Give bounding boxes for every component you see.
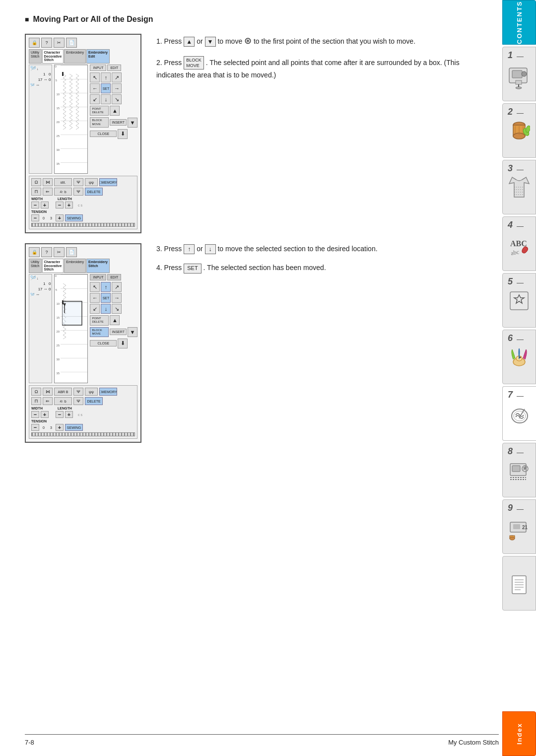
panel2-point-delete-btn[interactable]: POINTDELETE xyxy=(90,315,109,325)
edit-btn[interactable]: EDIT xyxy=(107,65,121,71)
pg-dn-hidden[interactable]: ▼ xyxy=(128,118,137,128)
index-tab[interactable]: Index xyxy=(502,711,536,756)
plus-btn-2[interactable]: + xyxy=(65,202,73,208)
delete-btn-bottom[interactable]: DELETE xyxy=(85,188,103,196)
panel2-minus-btn-2[interactable]: − xyxy=(56,411,64,418)
panel2-sewing-btn[interactable]: SEWING xyxy=(65,424,83,431)
right-sidebar: CONTENTS 1 — 2 — xyxy=(500,0,536,756)
panel2-length-label: LENGTH xyxy=(58,407,72,410)
sidebar-tab-4[interactable]: 4 — ABC abc xyxy=(502,216,536,271)
up-arrow-btn-step1[interactable]: ▲ xyxy=(184,37,195,47)
block-move-btn[interactable]: BLOCKMOVE xyxy=(90,117,109,127)
panel2-memory-btn[interactable]: □MEMORY xyxy=(99,388,117,396)
panel2-minus-btn-1[interactable]: − xyxy=(31,411,39,418)
panel2-arrow-down[interactable]: ↓ xyxy=(101,304,111,314)
set-btn-step4[interactable]: SET xyxy=(184,264,201,274)
panel2-tension-controls: − 0 3 + SEWING xyxy=(31,424,135,431)
panel2-arrow-right[interactable]: → xyxy=(112,293,122,303)
block-move-btn-step2[interactable]: BLOCKMOVE xyxy=(184,56,204,70)
sidebar-tab-9[interactable]: 9 — 21 xyxy=(502,499,536,554)
down-arrow-btn-step1[interactable]: ▼ xyxy=(205,37,216,47)
shirt-icon xyxy=(508,172,531,207)
panel2-icon-cut: ✂ xyxy=(54,247,65,257)
arrow-left[interactable]: ← xyxy=(90,83,100,93)
sidebar-tab-5[interactable]: 5 — xyxy=(502,273,536,328)
stitch-text-display: stit. xyxy=(54,178,72,186)
panel2-arrow-ur[interactable]: ↗ xyxy=(112,282,122,292)
machine3-icon: 21 xyxy=(508,512,531,547)
point-delete-btn[interactable]: POINTDELETE xyxy=(90,106,109,116)
contents-label: CONTENTS xyxy=(516,0,523,44)
panel2-delete-btn-bottom[interactable]: DELETE xyxy=(85,397,103,405)
panel2-pg-up-btn[interactable]: ▲ xyxy=(110,315,120,325)
panel2-bottom-arrow-btn[interactable]: ⬇ xyxy=(118,339,128,348)
sidebar-tab-7[interactable]: 7 — xyxy=(502,386,536,441)
notes-icon xyxy=(508,568,531,603)
panel2-arrow-ul[interactable]: ↖ xyxy=(90,282,100,292)
stitch-icon-3: Ψ xyxy=(73,178,83,186)
panel2-tension-plus-btn[interactable]: + xyxy=(56,424,64,431)
panel2-block-move-btn[interactable]: BLOCKMOVE xyxy=(90,327,109,337)
panel2-icon-lock: 🔒 xyxy=(29,247,40,257)
panel2-tabs-row: UtilityStitch CharacterDecorativeStitch … xyxy=(29,259,137,273)
arrow-ur[interactable]: ↗ xyxy=(112,72,122,82)
set-btn-center[interactable]: SET xyxy=(101,83,111,93)
sewing-btn[interactable]: SEWING xyxy=(65,214,83,221)
panel2-dn-btn[interactable]: ▼ xyxy=(128,327,137,337)
input-btn[interactable]: INPUT xyxy=(90,65,106,71)
panel2-insert-btn[interactable]: INSERT xyxy=(110,329,127,335)
memory-btn[interactable]: □MEMORY xyxy=(99,178,117,186)
minus-btn-1[interactable]: − xyxy=(31,202,39,208)
plus-btn-1[interactable]: + xyxy=(41,202,49,208)
panel2-close-btn[interactable]: CLOSE xyxy=(90,340,117,346)
panel2-stitch-icon-6: ⇐ xyxy=(43,397,53,405)
up-arrow-btn-step3[interactable]: ↑ xyxy=(184,244,195,254)
panel2-plus-btn-2[interactable]: + xyxy=(65,411,73,418)
sidebar-tab-3[interactable]: 3 — xyxy=(502,160,536,214)
tab-6-number: 6 xyxy=(508,333,513,344)
minus-btn-2[interactable]: − xyxy=(56,202,64,208)
panel2-arrow-up[interactable]: ↑ xyxy=(101,282,111,292)
bottom-arrow-btn[interactable]: ⬇ xyxy=(118,129,128,139)
panel2-tension-value: 0 xyxy=(41,426,47,429)
step-1: 1. Press ▲ or ▼ to move ⊛ to the first p… xyxy=(156,34,484,48)
arrow-right[interactable]: → xyxy=(112,83,122,93)
panel2-tension-minus-btn[interactable]: − xyxy=(31,424,39,431)
cursor-symbol: ⊛ xyxy=(244,36,252,46)
bottom-icons-row2: Π ⇐ 4↑ b Ψ DELETE xyxy=(31,188,135,196)
panel2-arrow-left[interactable]: ← xyxy=(90,293,100,303)
svg-rect-51 xyxy=(62,300,64,304)
arrow-up[interactable]: ↑ xyxy=(101,72,111,82)
sidebar-tab-1[interactable]: 1 — xyxy=(502,47,536,101)
arrow-dl[interactable]: ↙ xyxy=(90,94,100,104)
arrow-dr[interactable]: ↘ xyxy=(112,94,122,104)
sidebar-tab-8[interactable]: 8 — xyxy=(502,443,536,497)
first-section: 🔒 ? ✂ 📄 UtilityStitch CharacterDecorativ… xyxy=(25,34,484,233)
panel2-icon-q: ? xyxy=(41,247,52,257)
sidebar-tab-notes[interactable] xyxy=(502,556,536,611)
panel2-arrow-dl[interactable]: ↙ xyxy=(90,304,100,314)
close-btn[interactable]: CLOSE xyxy=(90,131,117,137)
insert-btn[interactable]: INSERT xyxy=(110,119,127,126)
panel2-set-center[interactable]: SET xyxy=(101,293,111,303)
panel-tab-edit: EmbroideryEdit xyxy=(86,49,110,64)
pg-up-btn[interactable]: ▲ xyxy=(110,106,120,116)
sidebar-tab-2[interactable]: 2 — xyxy=(502,103,536,158)
svg-text:ABC: ABC xyxy=(510,239,527,248)
step-1-or: or xyxy=(197,37,204,45)
sidebar-tab-6[interactable]: 6 — xyxy=(502,330,536,384)
arrow-down[interactable]: ↓ xyxy=(101,94,111,104)
arrow-ul[interactable]: ↖ xyxy=(90,72,100,82)
down-arrow-btn-step3[interactable]: ↓ xyxy=(205,244,216,254)
svg-text:21: 21 xyxy=(522,525,528,530)
footer-title: My Custom Stitch xyxy=(448,739,499,746)
tension-plus-btn[interactable]: + xyxy=(56,214,64,221)
tension-value-2: 3 xyxy=(48,216,54,220)
width-label: WIDTH xyxy=(31,197,43,201)
panel2-plus-btn-1[interactable]: + xyxy=(41,411,49,418)
machine-panel-1: 🔒 ? ✂ 📄 UtilityStitch CharacterDecorativ… xyxy=(25,34,141,233)
panel2-arrow-dr[interactable]: ↘ xyxy=(112,304,122,314)
tension-minus-btn[interactable]: − xyxy=(31,214,39,221)
contents-tab[interactable]: CONTENTS xyxy=(502,0,536,45)
panel2-stitch-icon-5: Π xyxy=(31,397,41,405)
